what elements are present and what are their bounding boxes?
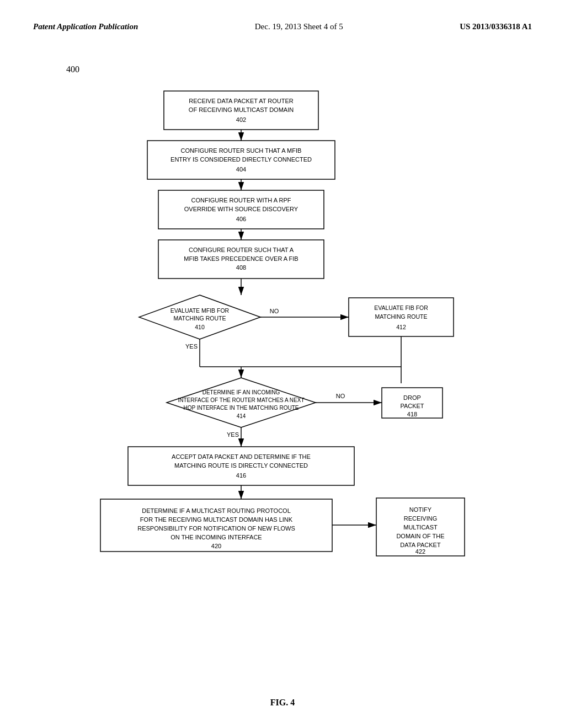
svg-text:RECEIVING: RECEIVING xyxy=(404,515,438,522)
svg-text:FOR THE RECEIVING MULTICAST DO: FOR THE RECEIVING MULTICAST DOMAIN HAS L… xyxy=(140,516,293,523)
svg-text:NO: NO xyxy=(336,393,345,399)
svg-text:NOTIFY: NOTIFY xyxy=(409,506,432,513)
flowchart-container: 400 RECEIVE DATA PACKET AT ROUTER OF REC… xyxy=(33,65,532,708)
svg-text:YES: YES xyxy=(185,343,198,350)
flowchart-svg: RECEIVE DATA PACKET AT ROUTER OF RECEIVI… xyxy=(56,85,509,681)
svg-text:414: 414 xyxy=(237,413,246,419)
svg-text:412: 412 xyxy=(396,324,406,330)
svg-text:EVALUATE MFIB FOR: EVALUATE MFIB FOR xyxy=(170,307,230,314)
svg-text:CONFIGURE ROUTER SUCH THAT A: CONFIGURE ROUTER SUCH THAT A xyxy=(189,247,294,253)
svg-text:YES: YES xyxy=(227,431,239,438)
page: Patent Application Publication Dec. 19, … xyxy=(0,0,565,728)
svg-text:NO: NO xyxy=(270,308,279,314)
svg-text:MULTICAST: MULTICAST xyxy=(403,524,438,531)
fig-caption: FIG. 4 xyxy=(270,698,295,708)
svg-text:OVERRIDE WITH SOURCE DISCOVERY: OVERRIDE WITH SOURCE DISCOVERY xyxy=(184,206,299,212)
svg-text:406: 406 xyxy=(236,216,246,222)
svg-text:404: 404 xyxy=(236,166,246,173)
svg-text:PACKET: PACKET xyxy=(400,403,424,409)
svg-text:410: 410 xyxy=(195,324,205,330)
header-left: Patent Application Publication xyxy=(33,22,138,31)
svg-text:OF RECEIVING MULTICAST DOMAIN: OF RECEIVING MULTICAST DOMAIN xyxy=(189,106,294,113)
svg-text:HOP INTERFACE IN THE MATCHING : HOP INTERFACE IN THE MATCHING ROUTE xyxy=(184,405,299,411)
svg-text:DOMAIN OF THE: DOMAIN OF THE xyxy=(396,533,444,539)
svg-text:MATCHING ROUTE: MATCHING ROUTE xyxy=(375,313,428,320)
diagram-label: 400 xyxy=(66,65,79,74)
svg-text:ACCEPT DATA PACKET AND DETERMI: ACCEPT DATA PACKET AND DETERMINE IF THE xyxy=(172,453,311,460)
svg-text:422: 422 xyxy=(415,548,425,555)
svg-text:DROP: DROP xyxy=(403,394,421,401)
svg-text:ON THE INCOMING INTERFACE: ON THE INCOMING INTERFACE xyxy=(170,534,262,540)
svg-text:DETERMINE IF A MULTICAST ROUTI: DETERMINE IF A MULTICAST ROUTING PROTOCO… xyxy=(142,507,291,514)
svg-text:416: 416 xyxy=(236,472,246,479)
svg-text:MFIB TAKES PRECEDENCE OVER A F: MFIB TAKES PRECEDENCE OVER A FIB xyxy=(184,255,298,262)
svg-text:INTERFACE OF THE ROUTER MATCHE: INTERFACE OF THE ROUTER MATCHES A NEXT xyxy=(178,397,304,403)
svg-text:RESPONSIBILITY FOR NOTIFICATIO: RESPONSIBILITY FOR NOTIFICATION OF NEW F… xyxy=(137,525,295,532)
svg-text:CONFIGURE ROUTER SUCH THAT A M: CONFIGURE ROUTER SUCH THAT A MFIB xyxy=(181,147,302,154)
svg-text:408: 408 xyxy=(236,264,246,271)
svg-text:418: 418 xyxy=(407,411,417,417)
header: Patent Application Publication Dec. 19, … xyxy=(33,22,532,31)
svg-text:420: 420 xyxy=(211,543,221,549)
svg-text:MATCHING ROUTE: MATCHING ROUTE xyxy=(174,315,226,322)
svg-text:402: 402 xyxy=(236,116,246,123)
svg-text:DATA PACKET: DATA PACKET xyxy=(400,542,441,548)
svg-text:EVALUATE FIB FOR: EVALUATE FIB FOR xyxy=(374,304,428,311)
svg-text:RECEIVE DATA PACKET AT ROUTER: RECEIVE DATA PACKET AT ROUTER xyxy=(189,98,294,104)
svg-text:CONFIGURE ROUTER WITH A RPF: CONFIGURE ROUTER WITH A RPF xyxy=(191,197,291,204)
svg-text:ENTRY IS CONSIDERED DIRECTLY C: ENTRY IS CONSIDERED DIRECTLY CONNECTED xyxy=(170,156,312,163)
header-center: Dec. 19, 2013 Sheet 4 of 5 xyxy=(255,22,343,31)
header-right: US 2013/0336318 A1 xyxy=(460,22,532,31)
svg-text:DETERMINE IF AN INCOMING: DETERMINE IF AN INCOMING xyxy=(202,389,280,395)
svg-text:MATCHING ROUTE IS DIRECTLY CON: MATCHING ROUTE IS DIRECTLY CONNECTED xyxy=(174,462,308,469)
